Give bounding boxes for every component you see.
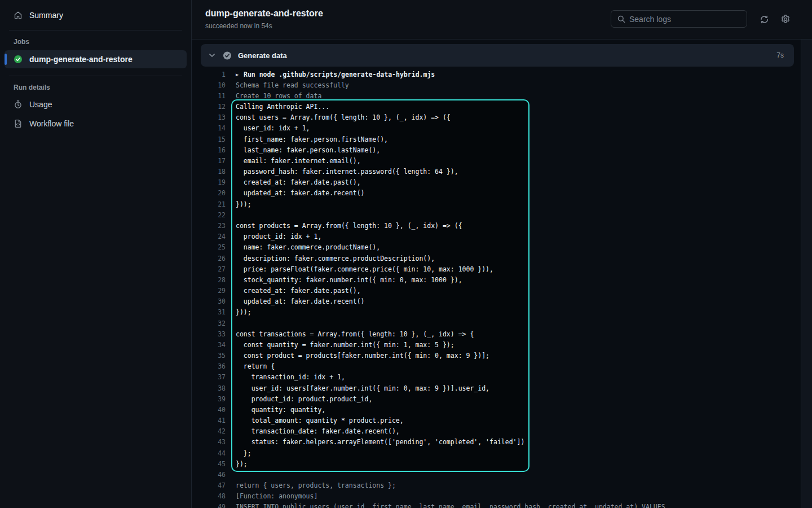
scrollbar-track[interactable] (801, 40, 812, 508)
settings-button[interactable] (780, 14, 791, 25)
sidebar: Summary Jobs dump-generate-and-restore R… (0, 0, 192, 508)
log-line: 13const users = Array.from({ length: 10 … (192, 112, 801, 123)
log-line-number[interactable]: 40 (192, 406, 226, 414)
log-line-text: created_at: faker.date.past(), (236, 178, 361, 186)
log-line-number[interactable]: 27 (192, 265, 226, 273)
log-line-number[interactable]: 23 (192, 222, 226, 230)
log-line: 33const transactions = Array.from({ leng… (192, 329, 801, 339)
log-line: 14 user_id: idx + 1, (192, 123, 801, 134)
log-line-number[interactable]: 49 (192, 503, 226, 508)
search-input[interactable] (611, 11, 747, 27)
log-line-text: password_hash: faker.internet.password({… (236, 168, 458, 176)
log-line-number[interactable]: 43 (192, 438, 226, 446)
log-line: 39 product_id: product.product_id, (192, 393, 801, 404)
sidebar-item-workflow-file[interactable]: Workflow file (5, 115, 187, 132)
sidebar-item-job-dump-generate-and-restore[interactable]: dump-generate-and-restore (5, 50, 187, 68)
log-line-number[interactable]: 45 (192, 460, 226, 468)
selected-accent-bar (5, 54, 7, 65)
log-line-text: Schema file read successfully (236, 81, 349, 89)
log-line-number[interactable]: 26 (192, 255, 226, 262)
log-line-text: const quantity = faker.number.int({ min:… (236, 341, 454, 349)
log-line: 11Create 10 rows of data (192, 90, 801, 101)
log-line: 25 name: faker.commerce.productName(), (192, 242, 801, 253)
log-line-number[interactable]: 20 (192, 189, 226, 197)
log-line: 15 first_name: faker.person.firstName(), (192, 134, 801, 144)
log-line-text: first_name: faker.person.firstName(), (236, 135, 388, 143)
gear-icon (780, 14, 791, 24)
log-line-number[interactable]: 38 (192, 384, 226, 392)
log-line-number[interactable]: 44 (192, 449, 226, 457)
step-title: Generate data (238, 51, 770, 60)
log-line-number[interactable]: 22 (192, 211, 226, 219)
log-line-text: const product = products[faker.number.in… (236, 352, 489, 360)
log-line: 16 last_name: faker.person.lastName(), (192, 144, 801, 155)
log-line-number[interactable]: 34 (192, 341, 226, 349)
log-line: 10Schema file read successfully (192, 80, 801, 90)
log-line-text: name: faker.commerce.productName(), (236, 243, 380, 251)
sidebar-divider (9, 76, 182, 76)
refresh-button[interactable] (758, 14, 770, 25)
log-line-number[interactable]: 47 (192, 481, 226, 489)
log-line-number[interactable]: 33 (192, 330, 226, 338)
log-line-number[interactable]: 35 (192, 352, 226, 360)
log-line: 38 user_id: users[faker.number.int({ min… (192, 383, 801, 393)
log-line-text: user_id: users[faker.number.int({ min: 0… (236, 384, 489, 392)
step-duration: 7s (776, 51, 784, 59)
log-line: 49INSERT INTO public.users (user_id, fir… (192, 502, 801, 508)
log-line: 36 return { (192, 361, 801, 372)
log-line-number[interactable]: 28 (192, 276, 226, 284)
log-line-number[interactable]: 31 (192, 308, 226, 316)
sidebar-item-usage[interactable]: Usage (5, 96, 187, 113)
log-line-text: })); (236, 200, 251, 208)
log-line-number[interactable]: 39 (192, 395, 226, 403)
log-line-number[interactable]: 13 (192, 113, 226, 121)
log-line-number[interactable]: 36 (192, 362, 226, 370)
log-line-text: transaction_id: idx + 1, (236, 373, 345, 381)
log-line-number[interactable]: 15 (192, 135, 226, 143)
log-line-text: product_id: idx + 1, (236, 233, 321, 240)
workflow-run-page: Summary Jobs dump-generate-and-restore R… (0, 0, 812, 508)
log-line-number[interactable]: 1 (192, 71, 226, 78)
log-line-number[interactable]: 30 (192, 297, 226, 305)
log-line-number[interactable]: 11 (192, 92, 226, 100)
sidebar-item-summary[interactable]: Summary (5, 6, 187, 24)
log-line-text: created_at: faker.date.past(), (236, 287, 361, 295)
log-line: 20 updated_at: faker.date.recent() (192, 188, 801, 199)
log-line: 43 status: faker.helpers.arrayElement(['… (192, 437, 801, 448)
log-line-number[interactable]: 21 (192, 200, 226, 208)
log-line-number[interactable]: 19 (192, 178, 226, 186)
log-line-text: INSERT INTO public.users (user_id, first… (236, 503, 665, 508)
log-line-number[interactable]: 41 (192, 417, 226, 424)
sidebar-item-label: Summary (29, 11, 63, 20)
log-line: 29 created_at: faker.date.past(), (192, 285, 801, 296)
log-line: 23const products = Array.from({ length: … (192, 220, 801, 231)
log-line: 26 description: faker.commerce.productDe… (192, 253, 801, 264)
success-check-icon (14, 55, 23, 64)
log-line-text: const transactions = Array.from({ length… (236, 330, 474, 338)
log-line: 19 created_at: faker.date.past(), (192, 177, 801, 188)
log-line-number[interactable]: 14 (192, 124, 226, 132)
log-line-number[interactable]: 12 (192, 103, 226, 111)
log-line-number[interactable]: 48 (192, 492, 226, 500)
log-line-number[interactable]: 29 (192, 287, 226, 295)
sidebar-divider (9, 30, 182, 30)
log-line-text: })); (236, 308, 251, 316)
log-line-number[interactable]: 17 (192, 157, 226, 165)
log-viewer: Generate data 7s 1▶Run node .github/scri… (192, 40, 801, 508)
log-line-number[interactable]: 46 (192, 471, 226, 479)
log-line-number[interactable]: 32 (192, 319, 226, 327)
log-line-number[interactable]: 25 (192, 243, 226, 251)
expand-group-triangle-icon[interactable]: ▶ (236, 72, 242, 77)
log-line: 21})); (192, 199, 801, 209)
log-line-number[interactable]: 42 (192, 427, 226, 435)
chevron-down-icon[interactable] (208, 51, 217, 60)
log-line-number[interactable]: 37 (192, 373, 226, 381)
log-line: 44 }; (192, 448, 801, 458)
log-line-number[interactable]: 18 (192, 168, 226, 176)
log-line-text: }; (236, 449, 251, 457)
log-line-number[interactable]: 16 (192, 146, 226, 154)
step-header-generate-data[interactable]: Generate data 7s (201, 44, 794, 67)
log-line-number[interactable]: 24 (192, 233, 226, 240)
log-line-number[interactable]: 10 (192, 81, 226, 89)
sidebar-item-label: Usage (29, 100, 52, 109)
